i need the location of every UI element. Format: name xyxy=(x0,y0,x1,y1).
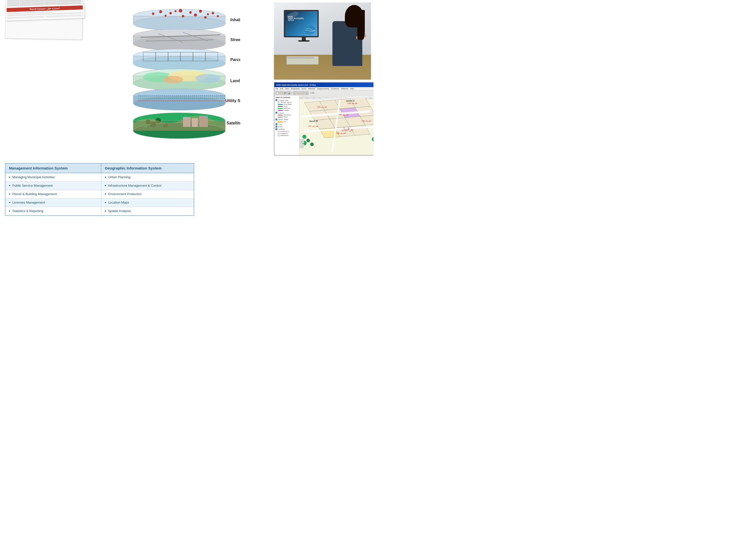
toolbar-btn-zoom-out[interactable]: − xyxy=(297,91,301,95)
toc-item: <all other values> xyxy=(278,102,298,103)
street-30-label: Street 30 xyxy=(309,120,318,123)
form-line xyxy=(7,16,45,19)
layers-container: Inhabitants Streets xyxy=(126,9,240,153)
svg-text:1: 1 xyxy=(301,97,301,99)
gis-menubar[interactable]: File Edit View Bookmarks Insert Selectio… xyxy=(275,87,374,90)
toc-item[interactable]: LandBase xyxy=(275,128,298,130)
key xyxy=(292,57,294,58)
toc-item[interactable]: Parcels_Shape xyxy=(275,118,298,121)
table-cell xyxy=(20,0,32,1)
zoom-level: 1:700 xyxy=(310,92,314,94)
bullet-item: • Parcel & Building Management xyxy=(9,192,98,196)
toolbar-btn-open[interactable]: 📂 xyxy=(279,91,283,95)
gis-item-1: Urban Planning xyxy=(108,175,130,179)
toc-label: CenterLine_1 xyxy=(280,131,289,132)
layers-svg: Inhabitants Streets xyxy=(126,9,240,153)
toc-item[interactable]: تقاطعات xyxy=(275,112,298,114)
mis-item-1: Managing Municipal Activities xyxy=(12,175,55,179)
toc-checkbox-unchecked xyxy=(278,131,279,132)
toolbar-btn-save[interactable]: 💾 xyxy=(283,91,287,95)
col1-header: Management Information System xyxy=(5,163,101,173)
layer-label-streets: Streets xyxy=(230,37,240,42)
toc-checkbox[interactable] xyxy=(275,128,277,130)
svg-point-6 xyxy=(179,9,182,12)
table-cell-mis-4: • Licenses Management xyxy=(5,198,101,207)
bullet-item: • Managing Municipal Activities xyxy=(9,175,98,180)
toc-checkbox-unchecked xyxy=(278,135,279,136)
toc-checkbox[interactable] xyxy=(275,99,277,101)
menu-help[interactable]: Help xyxy=(350,88,354,89)
table-cell xyxy=(44,2,56,4)
bullet-item: • Public Service Management xyxy=(9,184,98,188)
toc-checkbox[interactable] xyxy=(275,112,277,114)
bullet-icon: • xyxy=(9,192,10,196)
toc-item[interactable]: DotDS xyxy=(275,126,298,128)
toolbar-btn-pan[interactable]: ✋ xyxy=(301,91,305,95)
bullet-icon: • xyxy=(105,201,106,205)
toolbar-btn-new[interactable]: 📄 xyxy=(275,91,279,95)
table-cell-mis-1: • Managing Municipal Activities xyxy=(5,173,101,182)
gis-main-area: Table Of Contents شبكة المعلومات <all ot… xyxy=(275,96,374,155)
toc-label: Waterway xyxy=(284,108,290,109)
bullet-icon: • xyxy=(105,183,106,188)
toc-label: Sewage xyxy=(284,109,289,111)
bullet-item: • Environment Protection xyxy=(105,192,190,196)
toc-item: Cadastral_1 xyxy=(278,133,298,134)
svg-point-15 xyxy=(175,10,177,12)
toc-checkbox[interactable] xyxy=(275,123,277,125)
menu-view[interactable]: View xyxy=(285,88,289,89)
menu-geoprocessing[interactable]: Geoprocessing xyxy=(317,88,329,89)
bullet-item: • Spatial Analysis xyxy=(105,209,190,213)
toc-item: CenterLine_1 xyxy=(278,131,298,132)
svg-text:+: + xyxy=(301,140,303,143)
toolbar-btn-identify[interactable]: ℹ xyxy=(305,91,309,95)
svg-point-8 xyxy=(199,10,202,13)
menu-selection[interactable]: Selection xyxy=(308,88,315,89)
toc-item[interactable]: شبكة المعلومات xyxy=(275,99,298,101)
table-cell-gis-4: • Location Maps xyxy=(101,198,194,207)
gis-map-canvas[interactable]: 1 2 3 4 5 6 7 8 9 10 11 12 13 xyxy=(299,96,374,155)
table-cell-mis-5: • Statistics & Reporting xyxy=(5,207,101,216)
keyboard-keys xyxy=(287,56,318,59)
gis-title-text: AEMS Digital Municipality System.mxd - A… xyxy=(276,84,316,86)
mis-item-3: Parcel & Building Management xyxy=(12,192,57,196)
bullet-item: • Infrastructure Management & Control xyxy=(105,184,190,188)
toc-title: Table Of Contents xyxy=(275,97,298,98)
street-12-label: Street 12 xyxy=(346,100,355,102)
info-table: Management Information System Geographic… xyxy=(5,163,194,216)
table-row: • Statistics & Reporting • Spatial Analy… xyxy=(5,207,194,216)
toc-label: LandBase xyxy=(278,128,285,130)
svg-point-38 xyxy=(196,74,221,83)
toc-checkbox[interactable] xyxy=(275,126,277,128)
key xyxy=(303,57,305,58)
toc-item[interactable]: تقارب xyxy=(275,123,298,125)
table-cell xyxy=(20,1,32,4)
table-cell xyxy=(69,0,81,2)
menu-insert[interactable]: Insert xyxy=(302,88,306,89)
form-line xyxy=(46,15,83,18)
toc-label: Street xyxy=(284,106,288,107)
svg-text:عقار رقم: 1128: عقار رقم: 1128 xyxy=(347,102,358,104)
gis-toc: Table Of Contents شبكة المعلومات <all ot… xyxy=(275,96,299,155)
menu-edit[interactable]: Edit xyxy=(280,88,283,89)
table-row: • Licenses Management • Location Maps xyxy=(5,198,194,207)
menu-file[interactable]: File xyxy=(275,88,278,89)
menu-customize[interactable]: Customize xyxy=(331,88,339,89)
toolbar-btn-print[interactable]: 🖨 xyxy=(287,91,291,95)
svg-text:عقار رقم: 1165: عقار رقم: 1165 xyxy=(336,132,346,134)
menu-windows[interactable]: Windows xyxy=(341,88,348,89)
bullet-icon: • xyxy=(105,175,106,180)
svg-point-13 xyxy=(212,12,214,15)
svg-point-57 xyxy=(305,25,315,34)
svg-point-39 xyxy=(163,76,183,83)
toc-checkbox[interactable] xyxy=(275,118,277,121)
menu-bookmarks[interactable]: Bookmarks xyxy=(291,88,300,89)
map-svg: 1 2 3 4 5 6 7 8 9 10 11 12 13 xyxy=(299,96,374,155)
bullet-icon: • xyxy=(9,201,10,205)
toolbar-btn-zoom-in[interactable]: + xyxy=(293,91,297,95)
bullet-item: • Urban Planning xyxy=(105,175,190,180)
svg-point-5 xyxy=(169,12,172,15)
toc-checkbox-unchecked xyxy=(278,133,279,134)
table-cell xyxy=(32,2,44,4)
layer-label-inhabitants: Inhabitants xyxy=(230,18,240,22)
